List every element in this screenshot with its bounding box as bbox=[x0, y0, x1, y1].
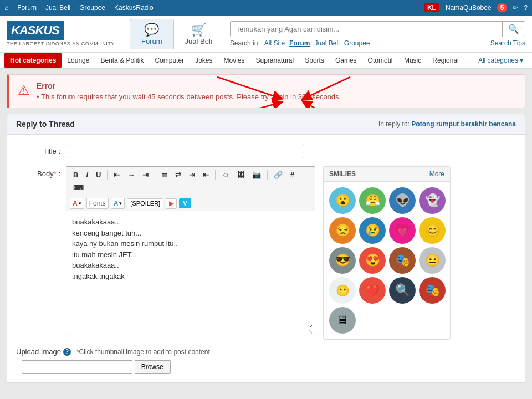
highlight-chevron: ▾ bbox=[119, 201, 122, 206]
filter-jualbeli[interactable]: Jual Beli bbox=[314, 39, 339, 47]
cat-beritapolitik[interactable]: Berita & Politik bbox=[95, 53, 149, 68]
smiley-7[interactable]: 💗 bbox=[389, 217, 416, 244]
editor-body[interactable]: buakakakaaa... kenceng banget tuh... kay… bbox=[66, 211, 315, 328]
youtube-button[interactable]: ▶ bbox=[166, 198, 177, 209]
tab-jualbeli[interactable]: 🛒 Jual Beli bbox=[174, 19, 223, 49]
logo-subtitle: THE LARGEST INDONESIAN COMMUNITY bbox=[7, 41, 123, 47]
font-color-button[interactable]: A ▾ bbox=[70, 198, 84, 209]
user-badge: KL bbox=[424, 3, 439, 12]
cat-jokes[interactable]: Jokes bbox=[190, 53, 218, 68]
reply-in-label: In reply to: Potong rumput berakhir benc… bbox=[378, 120, 516, 128]
underline-button[interactable]: U bbox=[93, 169, 104, 181]
cat-supranatural[interactable]: Supranatural bbox=[250, 53, 300, 68]
edit-icon[interactable]: ✏ bbox=[513, 4, 518, 12]
img-insert-button[interactable]: 📷 bbox=[249, 169, 264, 181]
title-row: Title : bbox=[16, 144, 516, 158]
title-label: Title : bbox=[16, 144, 60, 155]
filter-groupee[interactable]: Groupee bbox=[344, 39, 370, 47]
browse-button[interactable]: Browse bbox=[135, 360, 171, 374]
reply-header: Reply to Thread In reply to: Potong rump… bbox=[7, 114, 525, 135]
top-nav: ⌂ Forum Jual Beli Groupee KaskusRadio KL… bbox=[0, 0, 532, 16]
align-right-button[interactable]: ⇥ bbox=[139, 169, 152, 181]
upload-help-icon[interactable]: ? bbox=[63, 348, 71, 356]
cat-lounge[interactable]: Lounge bbox=[62, 53, 95, 68]
smiley-15[interactable]: 🔍 bbox=[389, 277, 416, 304]
forum-tab-label: Forum bbox=[141, 37, 162, 45]
chevron-down-icon: ▾ bbox=[520, 57, 523, 64]
img-upload-button[interactable]: 🖼 bbox=[234, 169, 248, 181]
search-input[interactable] bbox=[231, 22, 502, 37]
font-color-chevron: ▾ bbox=[79, 201, 81, 206]
username[interactable]: NamaQuBobee bbox=[446, 4, 492, 12]
notification-badge[interactable]: 5 bbox=[497, 3, 508, 12]
upload-file-input[interactable] bbox=[22, 360, 132, 374]
cat-regional[interactable]: Regional bbox=[427, 53, 464, 68]
code-button[interactable]: ⌨ bbox=[70, 182, 87, 193]
nav-groupee[interactable]: Groupee bbox=[79, 4, 105, 12]
error-box: ⚠ Error • This forum requires that you w… bbox=[7, 74, 525, 108]
highlight-color-button[interactable]: A ▾ bbox=[111, 198, 125, 209]
align-center-button[interactable]: ↔ bbox=[124, 169, 138, 181]
spoiler-button[interactable]: [SPOILER] bbox=[127, 198, 163, 208]
smiley-14[interactable]: ❤️ bbox=[359, 277, 386, 304]
smiley-9[interactable]: 😎 bbox=[329, 247, 356, 274]
nav-kaskusradio[interactable]: KaskusRadio bbox=[114, 4, 154, 12]
cat-all[interactable]: All categories ▾ bbox=[474, 53, 528, 68]
smiley-8[interactable]: 😊 bbox=[419, 217, 446, 244]
title-input[interactable] bbox=[66, 144, 304, 158]
smiley-10[interactable]: 😍 bbox=[359, 247, 386, 274]
filter-allsite[interactable]: All Site bbox=[264, 39, 285, 47]
filter-forum[interactable]: Forum bbox=[289, 39, 310, 47]
cat-computer[interactable]: Computer bbox=[149, 53, 190, 68]
smiley-4[interactable]: 👻 bbox=[419, 187, 446, 214]
smiley-3[interactable]: 👽 bbox=[389, 187, 416, 214]
link-button[interactable]: 🔗 bbox=[270, 169, 286, 181]
search-button[interactable]: 🔍 bbox=[502, 22, 525, 37]
bold-button[interactable]: B bbox=[70, 169, 81, 181]
smiley-6[interactable]: 😢 bbox=[359, 217, 386, 244]
toolbar-sep4 bbox=[267, 170, 268, 180]
cat-otomotif[interactable]: Otomotif bbox=[362, 53, 398, 68]
vimeo-button[interactable]: V bbox=[179, 198, 191, 208]
resize-handle[interactable]: ⤡ bbox=[66, 328, 315, 336]
cat-music[interactable]: Music bbox=[398, 53, 427, 68]
reply-thread-name[interactable]: Potong rumput berakhir bencana bbox=[411, 120, 516, 128]
smilies-header: SMILIES More bbox=[324, 167, 450, 182]
smiley-17[interactable]: 🖥 bbox=[329, 307, 356, 334]
emoji-button[interactable]: ☺ bbox=[218, 169, 232, 181]
home-icon[interactable]: ⌂ bbox=[4, 4, 8, 12]
category-nav: Hot categories Lounge Berita & Politik C… bbox=[0, 53, 532, 69]
outdent-button[interactable]: ⇤ bbox=[200, 169, 212, 181]
smiley-13[interactable]: 😶 bbox=[329, 277, 356, 304]
ul-button[interactable]: ≣ bbox=[158, 169, 171, 181]
smilies-more-button[interactable]: More bbox=[429, 170, 444, 178]
cat-games[interactable]: Games bbox=[330, 53, 362, 68]
upload-desc: *Click thumbnail image to add to post co… bbox=[76, 348, 210, 356]
nav-forum[interactable]: Forum bbox=[17, 4, 37, 12]
upload-label: Upload Image ? bbox=[16, 347, 71, 356]
smiley-12[interactable]: 😐 bbox=[419, 247, 446, 274]
indent-button[interactable]: ⇥ bbox=[186, 169, 198, 181]
error-icon: ⚠ bbox=[18, 83, 30, 98]
search-tips[interactable]: Search Tips bbox=[490, 39, 525, 47]
smiley-16[interactable]: 🎭 bbox=[419, 277, 446, 304]
ol-button[interactable]: ⇄ bbox=[172, 169, 185, 181]
cat-movies[interactable]: Movies bbox=[218, 53, 250, 68]
italic-button[interactable]: I bbox=[83, 169, 91, 181]
fonts-button[interactable]: Fonts bbox=[86, 198, 109, 209]
nav-jualbeli[interactable]: Jual Beli bbox=[45, 4, 70, 12]
help-icon[interactable]: ? bbox=[524, 4, 528, 12]
editor-toolbar-row2: A ▾ Fonts A ▾ [SPOILER] ▶ V bbox=[66, 196, 315, 211]
smiley-5[interactable]: 😒 bbox=[329, 217, 356, 244]
highlight-a-icon: A bbox=[114, 200, 119, 207]
align-left-button[interactable]: ⇤ bbox=[110, 169, 123, 181]
smiley-11[interactable]: 🎭 bbox=[389, 247, 416, 274]
main-content: ⚠ Error • This forum requires that you w… bbox=[0, 69, 532, 388]
toolbar-sep1 bbox=[107, 170, 108, 180]
hash-button[interactable]: # bbox=[287, 169, 298, 181]
smiley-2[interactable]: 😤 bbox=[359, 187, 386, 214]
cat-sports[interactable]: Sports bbox=[299, 53, 330, 68]
tab-forum[interactable]: 💬 Forum bbox=[130, 19, 174, 49]
cat-hot[interactable]: Hot categories bbox=[4, 53, 62, 68]
smiley-1[interactable]: 😮 bbox=[329, 187, 356, 214]
